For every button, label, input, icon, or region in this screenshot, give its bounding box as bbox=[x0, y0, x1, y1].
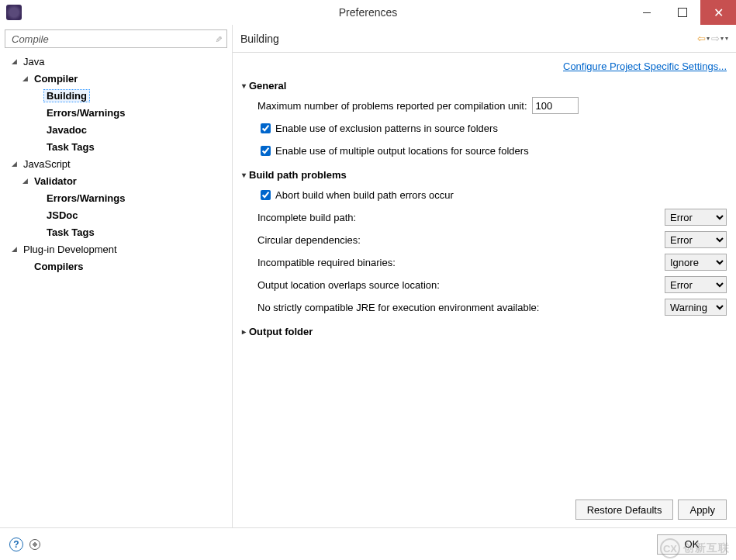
menu-button[interactable]: ▾ bbox=[725, 35, 728, 42]
exclusion-checkbox[interactable] bbox=[261, 123, 271, 133]
incomplete-label: Incomplete build path: bbox=[257, 212, 356, 223]
max-problems-label: Maximum number of problems reported per … bbox=[257, 100, 527, 112]
footer-icons: ? bbox=[9, 538, 40, 551]
preferences-tree: ◢ Java ◢ Compiler Building bbox=[5, 48, 227, 523]
expand-icon: ◢ bbox=[9, 57, 19, 65]
minimize-button[interactable] bbox=[629, 0, 665, 25]
tree-item-compiler[interactable]: ◢ Compiler bbox=[5, 70, 227, 87]
tree-item-task-tags[interactable]: Task Tags bbox=[5, 138, 227, 155]
section-body-build-path: Abort build when build path errors occur… bbox=[242, 185, 727, 316]
page-button-row: Restore Defaults Apply bbox=[233, 492, 736, 527]
window-title: Preferences bbox=[339, 6, 397, 19]
tree-item-plugin-dev[interactable]: ◢ Plug-in Development bbox=[5, 240, 227, 258]
chevron-right-icon: ▸ bbox=[242, 327, 246, 336]
multiple-output-checkbox[interactable] bbox=[261, 146, 271, 156]
maximize-button[interactable] bbox=[665, 0, 700, 25]
footer: ? OK CX 创新互联 bbox=[0, 527, 736, 560]
exclusion-label: Enable use of exclusion patterns in sour… bbox=[275, 123, 498, 134]
ok-button[interactable]: OK bbox=[657, 534, 727, 555]
row-circular: Circular dependencies: ErrorWarningIgnor… bbox=[257, 230, 727, 249]
tree-item-building[interactable]: Building bbox=[5, 87, 227, 104]
help-icon[interactable]: ? bbox=[9, 538, 23, 551]
page-title: Building bbox=[240, 33, 279, 45]
abort-label: Abort build when build path errors occur bbox=[275, 189, 454, 201]
apply-button[interactable]: Apply bbox=[678, 500, 727, 520]
row-incomplete: Incomplete build path: ErrorWarningIgnor… bbox=[257, 208, 727, 226]
preferences-window: Preferences ✎ ◢ Java bbox=[0, 0, 736, 560]
section-body-general: Maximum number of problems reported per … bbox=[242, 96, 727, 160]
row-output-overlap: Output location overlaps source location… bbox=[257, 275, 727, 294]
circular-select[interactable]: ErrorWarningIgnore bbox=[665, 231, 727, 248]
content-area: Configure Project Specific Settings... ▾… bbox=[233, 53, 736, 492]
restore-defaults-button[interactable]: Restore Defaults bbox=[575, 500, 674, 520]
section-toggle-build-path[interactable]: ▾ Build path problems bbox=[242, 169, 727, 181]
section-general: ▾ General Maximum number of problems rep… bbox=[242, 80, 727, 160]
expand-icon: ◢ bbox=[9, 160, 19, 168]
import-export-icon[interactable] bbox=[29, 539, 40, 550]
row-multiple-output: Enable use of multiple output locations … bbox=[257, 141, 727, 160]
no-jre-select[interactable]: ErrorWarningIgnore bbox=[665, 299, 727, 316]
output-overlap-label: Output location overlaps source location… bbox=[257, 279, 440, 291]
tree-item-compilers[interactable]: Compilers bbox=[5, 258, 227, 275]
clear-filter-icon[interactable]: ✎ bbox=[213, 36, 223, 43]
close-button[interactable] bbox=[700, 0, 736, 25]
row-max-problems: Maximum number of problems reported per … bbox=[257, 96, 727, 115]
no-jre-label: No strictly compatible JRE for execution… bbox=[257, 302, 539, 313]
configure-project-link[interactable]: Configure Project Specific Settings... bbox=[563, 60, 727, 72]
abort-checkbox[interactable] bbox=[261, 190, 271, 200]
row-exclusion: Enable use of exclusion patterns in sour… bbox=[257, 119, 727, 137]
incomplete-select[interactable]: ErrorWarningIgnore bbox=[665, 209, 727, 226]
incompatible-select[interactable]: ErrorWarningIgnore bbox=[665, 254, 727, 271]
main-area: ✎ ◢ Java ◢ Compiler bbox=[0, 25, 736, 527]
tree-item-java[interactable]: ◢ Java bbox=[5, 53, 227, 70]
expand-icon: ◢ bbox=[20, 177, 29, 185]
configure-link-row: Configure Project Specific Settings... bbox=[242, 60, 727, 72]
section-toggle-output-folder[interactable]: ▸ Output folder bbox=[242, 326, 727, 337]
circular-label: Circular dependencies: bbox=[257, 234, 361, 246]
multiple-output-label: Enable use of multiple output locations … bbox=[275, 145, 529, 157]
titlebar: Preferences bbox=[0, 0, 736, 25]
tree-item-js-errors-warnings[interactable]: Errors/Warnings bbox=[5, 189, 227, 206]
chevron-down-icon: ▾ bbox=[242, 81, 246, 90]
filter-box: ✎ bbox=[5, 29, 227, 48]
tree-item-javadoc[interactable]: Javadoc bbox=[5, 121, 227, 138]
tree-item-errors-warnings[interactable]: Errors/Warnings bbox=[5, 104, 227, 121]
page-header: Building ⇦▾ ⇨▾ ▾ bbox=[233, 25, 736, 53]
filter-input[interactable] bbox=[10, 33, 215, 46]
section-output-folder: ▸ Output folder bbox=[242, 326, 727, 337]
incompatible-label: Incompatible required binaries: bbox=[257, 257, 396, 268]
row-abort: Abort build when build path errors occur bbox=[257, 185, 727, 204]
tree-item-validator[interactable]: ◢ Validator bbox=[5, 172, 227, 189]
back-button[interactable]: ⇦▾ bbox=[697, 33, 710, 44]
section-toggle-general[interactable]: ▾ General bbox=[242, 80, 727, 92]
window-controls bbox=[629, 0, 736, 25]
app-icon bbox=[6, 5, 22, 20]
chevron-down-icon: ▾ bbox=[720, 35, 724, 42]
expand-icon: ◢ bbox=[9, 245, 19, 253]
left-pane: ✎ ◢ Java ◢ Compiler bbox=[0, 25, 233, 527]
tree-item-js-task-tags[interactable]: Task Tags bbox=[5, 223, 227, 240]
forward-button[interactable]: ⇨▾ bbox=[711, 33, 724, 44]
row-no-jre: No strictly compatible JRE for execution… bbox=[257, 298, 727, 316]
tree-item-jsdoc[interactable]: JSDoc bbox=[5, 206, 227, 223]
row-incompatible: Incompatible required binaries: ErrorWar… bbox=[257, 253, 727, 271]
chevron-down-icon: ▾ bbox=[242, 171, 246, 179]
output-overlap-select[interactable]: ErrorWarningIgnore bbox=[665, 276, 727, 293]
chevron-down-icon: ▾ bbox=[707, 35, 710, 42]
nav-arrows: ⇦▾ ⇨▾ ▾ bbox=[697, 33, 728, 44]
tree-item-javascript[interactable]: ◢ JavaScript bbox=[5, 155, 227, 172]
footer-buttons: OK bbox=[657, 534, 727, 555]
right-pane: Building ⇦▾ ⇨▾ ▾ Configure Project Speci… bbox=[233, 25, 736, 527]
expand-icon: ◢ bbox=[20, 74, 29, 82]
section-build-path: ▾ Build path problems Abort build when b… bbox=[242, 169, 727, 316]
max-problems-input[interactable] bbox=[532, 97, 579, 114]
